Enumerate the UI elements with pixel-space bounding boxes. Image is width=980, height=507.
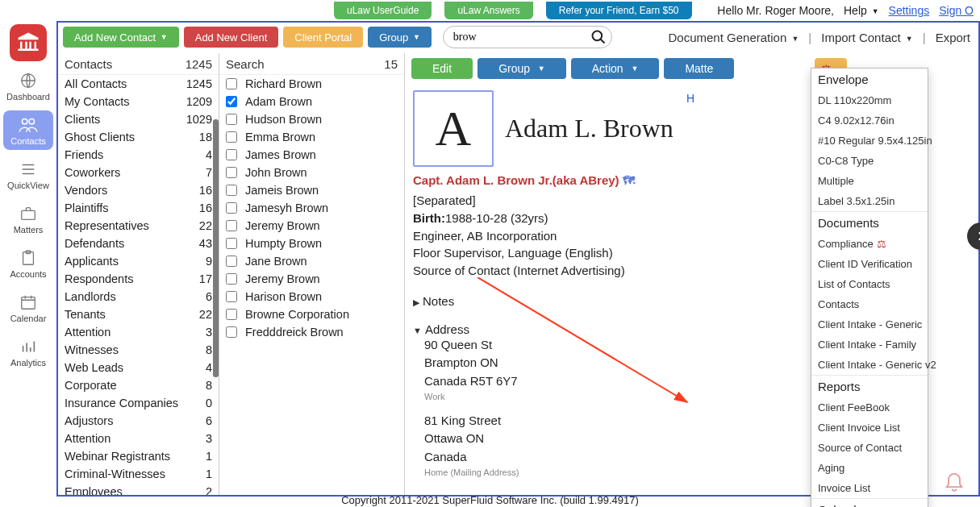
search-result-row[interactable]: Jamesyh Brown xyxy=(219,199,404,217)
contact-category-row[interactable]: Witnesses8 xyxy=(58,341,219,359)
search-result-row[interactable]: Jane Brown xyxy=(219,252,404,270)
row-checkbox[interactable] xyxy=(226,114,237,125)
signout-link[interactable]: Sign O xyxy=(939,4,974,17)
contact-category-row[interactable]: Attention3 xyxy=(58,323,219,341)
dropdown-item[interactable]: Client ID Verification xyxy=(811,254,928,274)
contact-category-row[interactable]: Attention3 xyxy=(58,430,219,447)
action-button[interactable]: Action ▼ xyxy=(571,58,660,79)
matter-button[interactable]: Matte xyxy=(664,58,734,79)
nav-calendar[interactable]: Calendar xyxy=(3,288,53,327)
nav-accounts[interactable]: Accounts xyxy=(3,243,53,283)
dropdown-item[interactable]: Multiple xyxy=(811,171,928,191)
dropdown-item[interactable]: Source of Contact xyxy=(811,438,928,458)
contact-category-row[interactable]: Representatives22 xyxy=(58,217,219,235)
scrollbar-thumb[interactable] xyxy=(213,119,219,377)
row-checkbox[interactable] xyxy=(226,185,237,196)
dropdown-item[interactable]: Compliance⚖ xyxy=(811,234,928,254)
search-result-row[interactable]: Jeremy Brown xyxy=(219,270,404,288)
contact-category-row[interactable]: Employees2 xyxy=(58,483,219,495)
row-checkbox[interactable] xyxy=(226,326,237,338)
contact-category-row[interactable]: Plaintiffs16 xyxy=(58,199,219,217)
nav-matters[interactable]: Matters xyxy=(3,199,53,239)
nav-contacts[interactable]: Contacts xyxy=(3,110,53,150)
contact-category-row[interactable]: Tenants22 xyxy=(58,305,219,323)
row-checkbox[interactable] xyxy=(226,149,237,160)
dropdown-item[interactable]: #10 Regular 9.5x4.125in xyxy=(811,131,928,151)
contact-category-row[interactable]: Coworkers7 xyxy=(58,164,219,181)
row-checkbox[interactable] xyxy=(226,167,237,178)
map-icon[interactable]: 🗺 xyxy=(623,173,635,187)
search-result-row[interactable]: Jameis Brown xyxy=(219,181,404,199)
h-link[interactable]: H xyxy=(686,92,694,105)
nav-dashboard[interactable]: Dashboard xyxy=(3,66,53,106)
row-checkbox[interactable] xyxy=(226,78,237,89)
search-result-row[interactable]: Hudson Brown xyxy=(219,110,404,128)
contact-category-row[interactable]: My Contacts1209 xyxy=(58,93,219,110)
contact-category-row[interactable]: Insurance Companies0 xyxy=(58,394,219,412)
row-checkbox[interactable] xyxy=(226,202,237,214)
search-result-row[interactable]: Emma Brown xyxy=(219,128,404,146)
row-checkbox[interactable] xyxy=(226,309,237,320)
import-contact-menu[interactable]: Import Contact ▼ xyxy=(818,31,915,44)
contact-category-row[interactable]: Defendants43 xyxy=(58,235,219,252)
contact-category-row[interactable]: Ghost Clients18 xyxy=(58,128,219,146)
dropdown-item[interactable]: Client FeeBook xyxy=(811,397,928,418)
search-result-row[interactable]: Jeremy Brown xyxy=(219,217,404,235)
contact-category-row[interactable]: Web Leads4 xyxy=(58,359,219,376)
search-input[interactable] xyxy=(453,27,590,48)
search-result-row[interactable]: James Brown xyxy=(219,146,404,164)
settings-link[interactable]: Settings xyxy=(889,4,930,17)
row-checkbox[interactable] xyxy=(226,256,237,267)
dropdown-item[interactable]: List of Contacts xyxy=(811,274,928,294)
dropdown-item[interactable]: Label 3.5x1.25in xyxy=(811,191,928,211)
export-menu[interactable]: Export xyxy=(932,31,974,44)
dropdown-item[interactable]: Client Intake - Generic xyxy=(811,314,928,335)
contact-category-row[interactable]: Landlords6 xyxy=(58,288,219,305)
row-checkbox[interactable] xyxy=(226,238,237,249)
app-logo[interactable] xyxy=(10,24,47,61)
dropdown-item[interactable]: Client Intake - Family xyxy=(811,335,928,355)
dropdown-item[interactable]: Client Intake - Generic v2 xyxy=(811,355,928,375)
contact-category-row[interactable]: Clients1029 xyxy=(58,110,219,128)
contact-category-row[interactable]: Applicants9 xyxy=(58,252,219,270)
bell-icon[interactable] xyxy=(943,469,965,494)
row-checkbox[interactable] xyxy=(226,96,237,107)
search-result-row[interactable]: Harison Brown xyxy=(219,288,404,305)
client-portal-button[interactable]: Client Portal xyxy=(283,27,363,48)
refer-button[interactable]: Refer your Friend, Earn $50 xyxy=(546,2,692,19)
contact-category-row[interactable]: Criminal-Witnesses1 xyxy=(58,465,219,483)
row-checkbox[interactable] xyxy=(226,273,237,285)
dropdown-item[interactable]: C0-C8 Type xyxy=(811,151,928,171)
dropdown-item[interactable]: DL 110x220mm xyxy=(811,90,928,110)
dropdown-item[interactable]: Aging xyxy=(811,458,928,478)
docgen-menu[interactable]: Document Generation ▼ xyxy=(665,31,803,44)
search-result-row[interactable]: Fredddreick Brown xyxy=(219,323,404,341)
contact-category-row[interactable]: Friends4 xyxy=(58,146,219,164)
nav-analytics[interactable]: Analytics xyxy=(3,332,53,372)
contact-category-row[interactable]: Vendors16 xyxy=(58,181,219,199)
add-client-button[interactable]: Add New Client xyxy=(184,27,279,48)
row-checkbox[interactable] xyxy=(226,220,237,231)
dropdown-item[interactable]: Client Invoice List xyxy=(811,418,928,438)
row-checkbox[interactable] xyxy=(226,291,237,302)
row-checkbox[interactable] xyxy=(226,131,237,143)
edit-button[interactable]: Edit xyxy=(411,58,473,79)
search-result-row[interactable]: Richard Brown xyxy=(219,75,404,93)
dropdown-item[interactable]: C4 9.02x12.76in xyxy=(811,110,928,131)
detail-group-button[interactable]: Group ▼ xyxy=(477,58,566,79)
search-icon[interactable] xyxy=(590,29,607,48)
nav-quickview[interactable]: QuickView xyxy=(3,155,53,194)
group-button[interactable]: Group ▼ xyxy=(368,27,432,48)
dropdown-item[interactable]: Contacts xyxy=(811,294,928,314)
contact-category-row[interactable]: Adjustors6 xyxy=(58,412,219,430)
search-result-row[interactable]: Browne Corporation xyxy=(219,305,404,323)
contact-category-row[interactable]: Corporate8 xyxy=(58,376,219,394)
help-menu[interactable]: Help ▼ xyxy=(844,4,879,17)
dropdown-item[interactable]: Invoice List xyxy=(811,478,928,498)
contact-category-row[interactable]: All Contacts1245 xyxy=(58,75,219,93)
answers-button[interactable]: uLaw Answers xyxy=(444,2,532,19)
add-contact-button[interactable]: Add New Contact ▼ xyxy=(63,27,179,48)
userguide-button[interactable]: uLaw UserGuide xyxy=(334,2,432,19)
contact-category-row[interactable]: Respondents17 xyxy=(58,270,219,288)
search-result-row[interactable]: Adam Brown xyxy=(219,93,404,110)
